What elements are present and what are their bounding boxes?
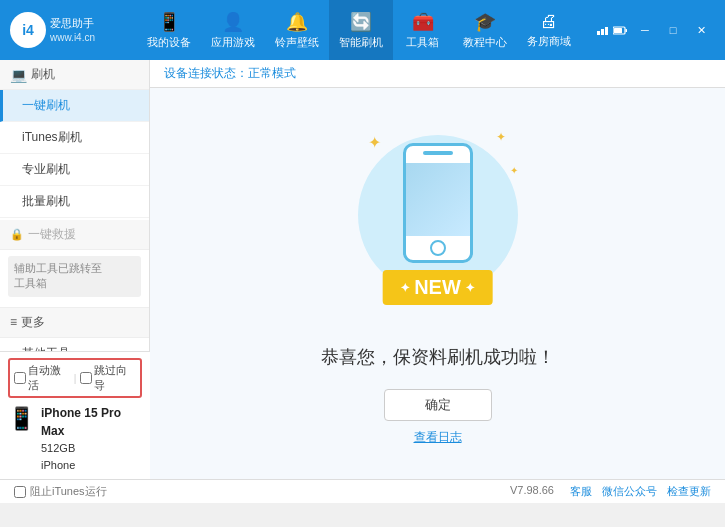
tab-tutorial[interactable]: 🎓 教程中心 (453, 0, 517, 60)
ringtone-icon: 🔔 (286, 11, 308, 33)
footer: 阻止iTunes运行 V7.98.66 客服 微信公众号 检查更新 (0, 479, 725, 503)
stop-itunes-checkbox[interactable] (14, 486, 26, 498)
device-model: iPhone 15 Pro Max (41, 404, 142, 440)
tab-apps-games[interactable]: 👤 应用游戏 (201, 0, 265, 60)
sidebar-item-itunes-flash[interactable]: iTunes刷机 (0, 122, 149, 154)
guide-input[interactable] (80, 372, 92, 384)
new-banner: NEW (382, 270, 493, 305)
battery-icon (613, 25, 627, 35)
flash-icon: 🔄 (350, 11, 372, 33)
stop-itunes-area: 阻止iTunes运行 (14, 484, 510, 499)
service-icon: 🖨 (540, 11, 558, 32)
logo-area: i4 爱思助手 www.i4.cn (10, 12, 120, 48)
svg-rect-0 (597, 31, 600, 35)
svg-rect-4 (626, 29, 628, 32)
tab-my-device[interactable]: 📱 我的设备 (137, 0, 201, 60)
footer-links: V7.98.66 客服 微信公众号 检查更新 (510, 484, 711, 499)
update-link[interactable]: 检查更新 (667, 484, 711, 499)
device-panel: 自动激活 | 跳过向导 📱 iPhone 15 Pro Max 512GB iP… (0, 351, 150, 479)
sidebar: 💻 刷机 一键刷机 iTunes刷机 专业刷机 批量刷机 🔒 一键救援 辅助工具… (0, 60, 150, 503)
auto-activate-checkbox[interactable]: 自动激活 (14, 363, 70, 393)
minimize-button[interactable]: ─ (631, 19, 659, 41)
tutorial-icon: 🎓 (474, 11, 496, 33)
device-info: 📱 iPhone 15 Pro Max 512GB iPhone (8, 404, 142, 473)
auto-activate-input[interactable] (14, 372, 26, 384)
device-phone-icon: 📱 (8, 406, 35, 432)
sparkle-1: ✦ (368, 133, 381, 152)
maximize-button[interactable]: □ (659, 19, 687, 41)
nav-tabs: 📱 我的设备 👤 应用游戏 🔔 铃声壁纸 🔄 智能刷机 🧰 工具箱 🎓 (120, 0, 597, 60)
sidebar-rescue-header: 🔒 一键救援 (0, 220, 149, 250)
svg-rect-5 (614, 28, 622, 33)
guide-checkbox[interactable]: 跳过向导 (80, 363, 136, 393)
rescue-notice: 辅助工具已跳转至 工具箱 (8, 256, 141, 297)
sidebar-more-header: ≡ 更多 (0, 307, 149, 338)
wifi-icon (597, 25, 611, 35)
phone-illustration: ✦ ✦ ✦ NEW (348, 125, 528, 325)
confirm-button[interactable]: 确定 (384, 389, 492, 421)
close-button[interactable]: ✕ (687, 19, 715, 41)
sidebar-item-batch-flash[interactable]: 批量刷机 (0, 186, 149, 218)
toolbox-icon: 🧰 (412, 11, 434, 33)
tab-smart-flash[interactable]: 🔄 智能刷机 (329, 0, 393, 60)
sidebar-item-one-key-flash[interactable]: 一键刷机 (0, 90, 149, 122)
tab-service[interactable]: 🖨 务房商域 (517, 0, 581, 60)
phone-home-btn (430, 240, 446, 256)
sparkle-3: ✦ (510, 165, 518, 176)
main-layout: 💻 刷机 一键刷机 iTunes刷机 专业刷机 批量刷机 🔒 一键救援 辅助工具… (0, 60, 725, 503)
device-icon: 📱 (158, 11, 180, 33)
device-type: iPhone (41, 457, 142, 474)
tab-ringtones[interactable]: 🔔 铃声壁纸 (265, 0, 329, 60)
phone-speaker (423, 151, 453, 155)
flash-section-icon: 💻 (10, 67, 27, 83)
sparkle-2: ✦ (496, 130, 506, 144)
content-area: 设备连接状态：正常模式 ✦ ✦ ✦ NEW (150, 60, 725, 503)
tab-toolbox[interactable]: 🧰 工具箱 (393, 0, 453, 60)
svg-rect-1 (601, 29, 604, 35)
support-link[interactable]: 客服 (570, 484, 592, 499)
svg-rect-2 (605, 27, 608, 35)
status-bar: 设备连接状态：正常模式 (150, 60, 725, 88)
lock-icon: 🔒 (10, 228, 24, 241)
phone-body (403, 143, 473, 263)
stop-itunes-label: 阻止iTunes运行 (30, 484, 107, 499)
device-storage: 512GB (41, 440, 142, 457)
more-icon: ≡ (10, 315, 17, 329)
wechat-link[interactable]: 微信公众号 (602, 484, 657, 499)
logo-icon: i4 (10, 12, 46, 48)
success-message: 恭喜您，保资料刷机成功啦！ (321, 345, 555, 369)
success-container: ✦ ✦ ✦ NEW 恭喜您，保资料刷机成功啦！ 确定 查看日 (321, 88, 555, 503)
device-checkboxes: 自动激活 | 跳过向导 (8, 358, 142, 398)
log-link[interactable]: 查看日志 (414, 429, 462, 446)
window-controls: ─ □ ✕ (597, 19, 715, 41)
apps-icon: 👤 (222, 11, 244, 33)
phone-screen (406, 163, 470, 236)
version-label: V7.98.66 (510, 484, 554, 499)
top-bar: i4 爱思助手 www.i4.cn 📱 我的设备 👤 应用游戏 🔔 铃声壁纸 🔄 (0, 0, 725, 60)
sidebar-flash-header: 💻 刷机 (0, 60, 149, 90)
sidebar-item-pro-flash[interactable]: 专业刷机 (0, 154, 149, 186)
logo-text: 爱思助手 www.i4.cn (50, 16, 95, 43)
